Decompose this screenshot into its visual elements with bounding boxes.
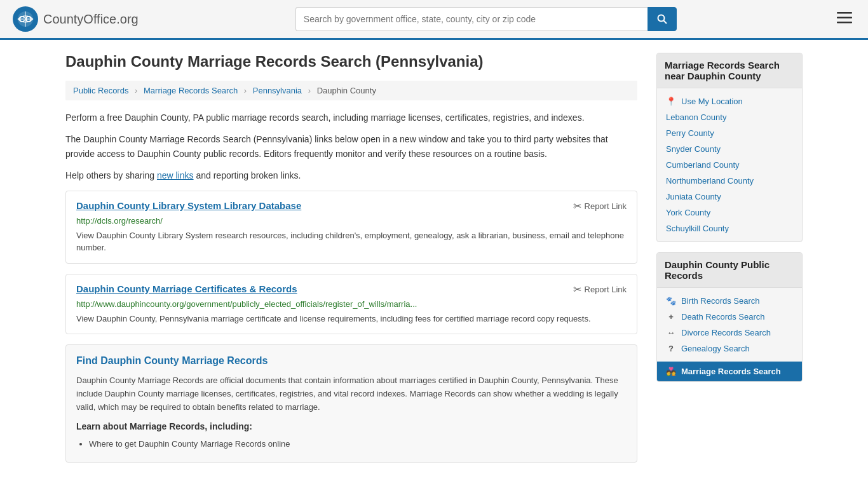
sidebar-item-death[interactable]: + Death Records Search — [657, 309, 802, 325]
sidebar-nearby-list: 📍 Use My Location Lebanon County Perry C… — [657, 88, 802, 241]
intro-prefix: Help others by sharing — [65, 170, 157, 180]
breadcrumb-sep-3: › — [308, 86, 311, 95]
breadcrumb-sep-1: › — [135, 86, 137, 95]
resource-title-2[interactable]: Dauphin County Marriage Certificates & R… — [76, 283, 297, 294]
find-title: Find Dauphin County Marriage Records — [76, 355, 627, 367]
svg-line-6 — [663, 21, 667, 24]
divorce-icon: ↔ — [666, 328, 676, 337]
sidebar-item-juniata[interactable]: Juniata County — [657, 189, 802, 205]
resource-title-1[interactable]: Dauphin County Library System Library Da… — [76, 200, 301, 211]
sidebar-link-birth[interactable]: Birth Records Search — [681, 296, 760, 306]
logo-name: CountyOffice — [43, 12, 116, 26]
sidebar-link-york[interactable]: York County — [666, 208, 710, 217]
sidebar-link-lebanon[interactable]: Lebanon County — [666, 112, 726, 122]
breadcrumb-marriage-records[interactable]: Marriage Records Search — [144, 86, 238, 95]
sidebar-item-northumberland[interactable]: Northumberland County — [657, 173, 802, 189]
breadcrumb-sep-2: › — [244, 86, 247, 95]
svg-rect-8 — [837, 17, 852, 19]
site-header: CO CountyOffice.org — [0, 0, 868, 40]
resource-card-2-header: Dauphin County Marriage Certificates & R… — [76, 283, 627, 295]
sidebar-link-northumberland[interactable]: Northumberland County — [666, 176, 754, 186]
report-link-2[interactable]: ✂ Report Link — [573, 283, 627, 295]
sidebar-item-marriage-highlighted[interactable]: 💑 Marriage Records Search — [657, 362, 802, 381]
sidebar-link-cumberland[interactable]: Cumberland County — [666, 160, 740, 170]
breadcrumb: Public Records › Marriage Records Search… — [65, 81, 637, 100]
sidebar-link-divorce[interactable]: Divorce Records Search — [681, 328, 771, 337]
logo-icon: CO — [13, 6, 38, 32]
intro-suffix: and reporting broken links. — [194, 170, 301, 180]
sidebar-link-death[interactable]: Death Records Search — [681, 312, 765, 322]
menu-button[interactable] — [834, 8, 855, 30]
sidebar-nearby-section: Marriage Records Search near Dauphin Cou… — [656, 53, 803, 242]
sidebar-link-juniata[interactable]: Juniata County — [666, 192, 721, 201]
search-input[interactable] — [295, 7, 648, 31]
sidebar-link-schuylkill[interactable]: Schuylkill County — [666, 224, 729, 233]
sidebar-link-marriage[interactable]: Marriage Records Search — [681, 367, 781, 376]
sidebar-item-use-location[interactable]: 📍 Use My Location — [657, 93, 802, 109]
sidebar-item-snyder[interactable]: Snyder County — [657, 141, 802, 157]
intro-text-3: Help others by sharing new links and rep… — [65, 168, 637, 182]
sidebar-item-divorce[interactable]: ↔ Divorce Records Search — [657, 325, 802, 341]
location-icon: 📍 — [666, 97, 676, 106]
genealogy-icon: ? — [666, 344, 676, 353]
resource-card-1-header: Dauphin County Library System Library Da… — [76, 200, 627, 212]
list-item: Where to get Dauphin County Marriage Rec… — [89, 437, 627, 451]
report-label-2: Report Link — [585, 285, 627, 294]
sidebar-item-york[interactable]: York County — [657, 205, 802, 220]
breadcrumb-public-records[interactable]: Public Records — [73, 86, 128, 95]
sidebar-item-cumberland[interactable]: Cumberland County — [657, 157, 802, 173]
scissors-icon-1: ✂ — [573, 200, 581, 212]
find-section: Find Dauphin County Marriage Records Dau… — [65, 344, 637, 463]
sidebar: Marriage Records Search near Dauphin Cou… — [656, 53, 803, 463]
logo-area: CO CountyOffice.org — [13, 6, 139, 32]
resource-desc-1: View Dauphin County Library System resea… — [76, 229, 627, 254]
search-icon — [657, 14, 667, 24]
resource-url-1: http://dcls.org/research/ — [76, 216, 627, 226]
sidebar-item-genealogy[interactable]: ? Genealogy Search — [657, 341, 802, 356]
resource-card-1: Dauphin County Library System Library Da… — [65, 191, 637, 264]
sidebar-public-records-list: 🐾 Birth Records Search + Death Records S… — [657, 288, 802, 362]
sidebar-item-birth[interactable]: 🐾 Birth Records Search — [657, 293, 802, 309]
scissors-icon-2: ✂ — [573, 283, 581, 295]
marriage-icon: 💑 — [666, 367, 676, 376]
svg-rect-7 — [837, 12, 852, 14]
report-label-1: Report Link — [585, 201, 627, 211]
sidebar-link-genealogy[interactable]: Genealogy Search — [681, 344, 750, 353]
sidebar-item-schuylkill[interactable]: Schuylkill County — [657, 220, 802, 236]
sidebar-link-perry[interactable]: Perry County — [666, 128, 714, 138]
sidebar-link-use-location[interactable]: Use My Location — [681, 97, 743, 106]
sidebar-public-records-title: Dauphin County Public Records — [657, 253, 802, 288]
hamburger-icon — [837, 12, 852, 24]
resource-card-2: Dauphin County Marriage Certificates & R… — [65, 274, 637, 335]
intro-text-1: Perform a free Dauphin County, PA public… — [65, 111, 637, 125]
logo-suffix: .org — [116, 12, 138, 26]
sidebar-nearby-title: Marriage Records Search near Dauphin Cou… — [657, 53, 802, 88]
page-title: Dauphin County Marriage Records Search (… — [65, 53, 637, 71]
breadcrumb-current: Dauphin County — [317, 86, 376, 95]
sidebar-public-records-section: Dauphin County Public Records 🐾 Birth Re… — [656, 252, 803, 382]
death-icon: + — [666, 312, 676, 322]
search-button[interactable] — [648, 7, 677, 31]
sidebar-link-snyder[interactable]: Snyder County — [666, 144, 721, 154]
resource-desc-2: View Dauphin County, Pennsylvania marria… — [76, 313, 627, 325]
breadcrumb-pennsylvania[interactable]: Pennsylvania — [253, 86, 302, 95]
content-area: Dauphin County Marriage Records Search (… — [65, 53, 637, 463]
new-links-link[interactable]: new links — [157, 170, 194, 180]
find-list: Where to get Dauphin County Marriage Rec… — [76, 437, 627, 451]
main-container: Dauphin County Marriage Records Search (… — [53, 40, 815, 475]
logo-text: CountyOffice.org — [43, 12, 139, 27]
sidebar-item-perry[interactable]: Perry County — [657, 125, 802, 141]
find-subtitle: Learn about Marriage Records, including: — [76, 421, 627, 431]
intro-text-2: The Dauphin County Marriage Records Sear… — [65, 132, 637, 161]
find-desc: Dauphin County Marriage Records are offi… — [76, 374, 627, 414]
sidebar-item-lebanon[interactable]: Lebanon County — [657, 109, 802, 125]
search-area — [295, 7, 677, 31]
svg-rect-9 — [837, 22, 852, 24]
report-link-1[interactable]: ✂ Report Link — [573, 200, 627, 212]
resource-url-2: http://www.dauphincounty.org/government/… — [76, 299, 627, 309]
birth-icon: 🐾 — [666, 296, 676, 306]
svg-point-5 — [658, 15, 664, 22]
